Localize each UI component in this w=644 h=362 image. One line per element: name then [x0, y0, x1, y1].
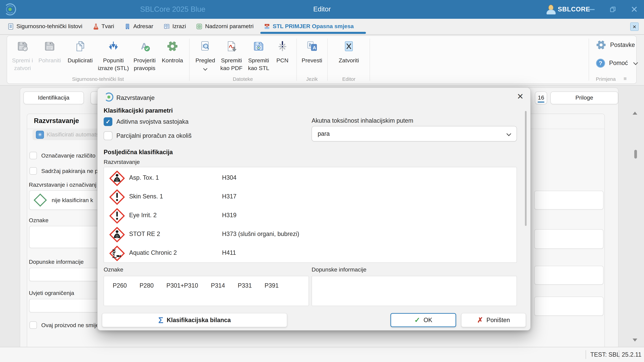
dialog-title: Razvrstavanje [116, 94, 155, 102]
tab-phrases[interactable]: Izrazi [163, 19, 186, 34]
right-field-3[interactable] [534, 266, 604, 285]
p-code[interactable]: P314 [211, 282, 225, 306]
tab-stl-primjer-opasna-smjesa[interactable]: STL PRIMJER Opasna smjesa [264, 19, 354, 34]
tab-label: Adresar [133, 23, 153, 30]
save-and-close-button[interactable]: Spremi i zatvori [10, 36, 35, 76]
scrollbar-up-arrow[interactable] [632, 112, 637, 115]
ribbon-item-label: Pregled [196, 57, 215, 64]
save-as-pdf-button[interactable]: Spremiti kao PDF [219, 36, 244, 76]
classification-row[interactable]: Asp. Tox. 1 H304 [104, 169, 516, 188]
scrollbar-thumb[interactable] [634, 150, 637, 159]
ribbon-group-label: Primjena [591, 76, 621, 82]
product-restriction-checkbox[interactable] [30, 322, 37, 329]
additive-properties-label: Aditivna svojstva sastojaka [116, 118, 188, 125]
classification-balance-button[interactable]: Σ Klasifikacijska bilanca [102, 313, 287, 327]
labeling-different-checkbox[interactable] [30, 152, 37, 159]
classification-name: STOT RE 2 [129, 231, 160, 238]
p-code[interactable]: P331 [238, 282, 252, 306]
inhalation-toxicity-select[interactable]: para [312, 126, 517, 141]
dialog-scrollbar-thumb[interactable] [525, 111, 526, 226]
x-icon: ✗ [477, 316, 483, 324]
active-tab-indicator [260, 32, 366, 34]
minimize-button[interactable] [584, 0, 599, 19]
tab-address-book[interactable]: Adresar [124, 19, 153, 34]
group-options-icon[interactable]: ≡ [624, 76, 627, 82]
tab-bar: Sigurnosno-tehnički listovi Tvari Adresa… [0, 19, 644, 35]
close-tab-button[interactable]: ✕ [630, 22, 639, 31]
ribbon-item-label: Popuniti [103, 57, 124, 64]
params-heading: Klasifikacijski parametri [104, 107, 173, 114]
flask-icon [92, 23, 99, 30]
scrollbar-down-arrow[interactable] [632, 339, 637, 342]
control-button[interactable]: Kontrola [160, 36, 185, 76]
ribbon-item-label: Pohraniti [38, 57, 61, 64]
floppy-icon [37, 40, 62, 53]
ghs07-exclamation-icon [109, 208, 125, 224]
ribbon-item-label: Kontrola [162, 57, 183, 64]
preview-button[interactable]: Pregled [192, 36, 218, 76]
status-divider [619, 350, 619, 359]
classification-row[interactable]: Skin Sens. 1 H317 [104, 188, 516, 206]
chevron-down-icon [633, 60, 638, 65]
classification-row[interactable]: STOT RE 2 H373 (slušni organi, bubrezi) [104, 225, 516, 244]
tab-label: STL PRIMJER Opasna smjesa [273, 23, 354, 30]
status-divider [586, 350, 586, 359]
classification-row[interactable]: Eye Irrit. 2 H319 [104, 206, 516, 225]
ribbon-item-label: Prevesti [302, 57, 322, 64]
ok-button[interactable]: ✓ OK [390, 313, 456, 327]
user-avatar-icon[interactable] [546, 4, 556, 14]
fill-phrases-button[interactable]: Popuniti izraze (STL) [100, 36, 126, 76]
help-button[interactable]: ? Pomoć [596, 59, 637, 68]
translate-button[interactable]: žA Prevesti [299, 36, 325, 76]
right-field-4[interactable] [534, 297, 604, 316]
starburst-exclamation-icon [270, 40, 295, 53]
svg-text:ž: ž [309, 42, 311, 47]
spellcheck-icon: A [132, 40, 157, 53]
tab-safety-data-sheets[interactable]: Sigurnosno-tehnički listovi [8, 19, 82, 34]
dialog-logo-icon [104, 92, 113, 102]
restore-button[interactable] [605, 0, 620, 19]
p-code[interactable]: P280 [140, 282, 154, 306]
chevron-down-icon [204, 65, 207, 72]
nav-button-priloge[interactable]: Priloge [550, 91, 618, 104]
application-window: SBLCore 2025 Blue Editor SBLCORE ✕ Sigur… [0, 0, 644, 362]
supplemental-info-field[interactable] [312, 276, 517, 306]
auto-classify-label: Klasificirati automatski [46, 131, 103, 138]
cancel-button[interactable]: ✗ Poništen [461, 313, 526, 327]
partial-calculation-checkbox[interactable] [104, 131, 112, 140]
packaging-content-checkbox[interactable] [30, 167, 37, 175]
right-field-1[interactable] [534, 191, 604, 210]
right-field-2[interactable] [534, 229, 604, 249]
tab-substances[interactable]: Tvari [92, 19, 114, 34]
classification-name: Skin Sens. 1 [129, 193, 163, 200]
ghs08-health-hazard-icon [109, 171, 125, 186]
tab-control-parameters[interactable]: Nadzorni parametri [196, 19, 254, 34]
settings-button[interactable]: Postavke [596, 40, 635, 50]
ribbon-item-label: Duplicirati [68, 57, 92, 64]
tab-label: Tvari [102, 23, 114, 30]
save-as-stl-button[interactable]: Spremiti kao STL [246, 36, 271, 76]
p-code[interactable]: P391 [265, 282, 279, 306]
ribbon-group-label: Sigurnosno-tehnički list [48, 76, 148, 82]
classification-row[interactable]: Aquatic Chronic 2 H411 [104, 244, 516, 263]
duplicate-button[interactable]: Duplicirati [68, 36, 93, 76]
save-button[interactable]: Pohraniti [37, 36, 62, 76]
ribbon-item-label: kao PDF [220, 65, 242, 72]
p-code[interactable]: P260 [113, 282, 127, 306]
diamond-icon [34, 193, 47, 207]
close-window-button[interactable]: ✕ [626, 0, 642, 19]
gear-icon [596, 40, 606, 49]
target-icon [196, 23, 203, 30]
dialog-close-icon[interactable]: ✕ [514, 90, 526, 103]
pcn-button[interactable]: PCN [270, 36, 295, 76]
document-list-icon [8, 23, 14, 30]
chevron-down-icon [506, 131, 511, 136]
classification-name: Asp. Tox. 1 [129, 174, 159, 181]
translate-icon: žA [299, 40, 325, 53]
nav-button-section-16[interactable]: 16 [535, 91, 547, 104]
additive-properties-checkbox[interactable]: ✓ [104, 117, 112, 126]
close-editor-button[interactable]: Zatvoriti [336, 36, 362, 76]
p-code[interactable]: P301+P310 [166, 282, 198, 306]
spellcheck-button[interactable]: A Provjeriti pravopis [132, 36, 157, 76]
nav-button-identifikacija[interactable]: Identifikacija [24, 91, 84, 104]
